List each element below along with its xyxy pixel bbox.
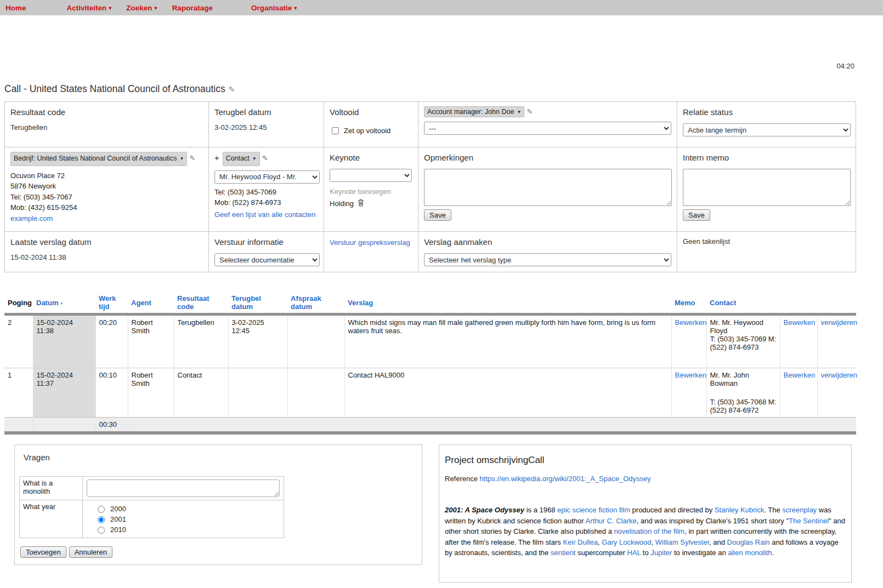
reference-label: Reference <box>445 475 478 483</box>
intern-memo-save-button[interactable]: Save <box>683 209 710 221</box>
column-header-verslag[interactable]: Verslag <box>344 292 671 315</box>
edit-pencil-icon[interactable]: ✎ <box>189 154 195 162</box>
nav-item-raporatage[interactable]: Raporatage <box>172 4 213 12</box>
row-delete-link[interactable]: verwijderen <box>821 318 857 327</box>
nav-raporatage-label: Raporatage <box>172 4 213 12</box>
row-edit-link[interactable]: Bewerken <box>784 371 816 379</box>
total-empty-cell <box>128 418 856 433</box>
year-radio-option[interactable]: 2001 <box>95 515 280 523</box>
terugbel-sort-link[interactable]: Terugbel datum <box>231 294 261 311</box>
year-radio-option[interactable]: 2000 <box>95 504 280 513</box>
add-contact-icon[interactable]: + <box>214 153 219 162</box>
edit-pencil-icon[interactable]: ✎ <box>527 107 533 116</box>
edit-pencil-icon[interactable]: ✎ <box>262 154 268 162</box>
contact-phones: T: (503) 345-7069 M: (522) 874-6973 <box>710 335 777 351</box>
agent-value: Robert Smith <box>128 368 174 418</box>
relatie-status-select[interactable]: Actie lange termijn <box>683 123 851 136</box>
inline-link[interactable]: sentient <box>551 549 576 557</box>
keynote-select[interactable] <box>330 169 412 182</box>
year-radio-2001[interactable] <box>98 516 105 523</box>
inline-link[interactable]: Keir Dullea <box>563 538 598 546</box>
table-header-row: Poging Datum▲ Werk tijd Agent Resultaat … <box>4 292 856 315</box>
account-manager-chip[interactable]: Account manager: John Doe▼ <box>424 106 524 117</box>
contact-select[interactable]: Mr. Heywood Floyd - Mr. <box>214 170 320 184</box>
nav-item-activiteiten[interactable]: Activiteiten▾ <box>67 4 112 12</box>
verslag-aanmaken-select[interactable]: Selecteer het verslag type <box>424 253 671 266</box>
resultaat-sort-link[interactable]: Resultaat code <box>177 294 210 311</box>
verstuur-gespreksverslag-link[interactable]: Verstuur gespreksverslag <box>330 238 410 247</box>
verslag-sort-link[interactable]: Verslag <box>348 299 373 307</box>
column-header-terugbel-datum[interactable]: Terugbel datum <box>228 292 287 315</box>
reference-link[interactable]: https://en.wikipedia.org/wiki/2001:_A_Sp… <box>480 475 651 483</box>
inline-link[interactable]: novelisation of the film <box>614 527 685 535</box>
afspraak-value <box>287 368 344 418</box>
column-header-afspraak-datum[interactable]: Afspraak datum <box>287 292 344 315</box>
inline-link[interactable]: screenplay <box>782 506 817 514</box>
nav-item-organisatie[interactable]: Organisatie▾ <box>251 4 297 12</box>
poging-value: 2 <box>4 315 33 368</box>
memo-sort-link[interactable]: Memo <box>675 299 695 307</box>
column-header-contact[interactable]: Contact <box>706 292 780 315</box>
werk-tijd-sort-link[interactable]: Werk tijd <box>99 294 116 311</box>
inline-link[interactable]: alien monolith <box>728 549 772 557</box>
contact-mobile-line: Mob: (522) 874-6973 <box>214 197 318 208</box>
top-navigation: Home Activiteiten▾ Zoeken▾ Raporatage Or… <box>0 0 883 15</box>
opmerkingen-save-button[interactable]: Save <box>424 209 451 221</box>
account-manager-select[interactable]: --- <box>424 122 671 135</box>
verslag-text: Which midst signs may man fill male gath… <box>344 315 671 368</box>
toevoegen-button[interactable]: Toevoegen <box>20 546 66 558</box>
project-title: Project omschrijvingCall <box>445 455 846 466</box>
contact-list-link[interactable]: Geef een lijst van alle contacten <box>214 210 315 219</box>
intern-memo-textarea[interactable] <box>683 169 851 206</box>
monolith-answer-input[interactable] <box>87 479 280 497</box>
bedrijf-website-link[interactable]: example.com <box>10 214 53 222</box>
total-werk-tijd: 00:30 <box>95 418 128 433</box>
row-edit-link[interactable]: Bewerken <box>784 318 816 327</box>
inline-link[interactable]: HAL <box>627 549 641 557</box>
radio-label: 2001 <box>110 515 126 523</box>
memo-edit-link[interactable]: Bewerken <box>675 318 707 327</box>
memo-edit-link[interactable]: Bewerken <box>675 371 707 379</box>
inline-link[interactable]: Jupiter <box>650 549 672 557</box>
agent-sort-link[interactable]: Agent <box>131 299 151 307</box>
year-radio-2010[interactable] <box>98 527 105 534</box>
edit-pencil-icon[interactable]: ✎ <box>229 85 235 94</box>
question-row: What year 2000 2001 2010 <box>20 500 284 538</box>
inline-link[interactable]: The Sentinel <box>789 517 829 525</box>
annuleren-button[interactable]: Annuleren <box>69 546 112 558</box>
contact-sort-link[interactable]: Contact <box>710 299 736 307</box>
column-header-resultaat-code[interactable]: Resultaat code <box>174 292 228 315</box>
column-header-datum[interactable]: Datum▲ <box>33 292 95 315</box>
inline-link[interactable]: Gary Lockwood <box>602 538 651 546</box>
nav-item-zoeken[interactable]: Zoeken▾ <box>126 4 157 12</box>
row-delete-link[interactable]: verwijderen <box>821 371 857 379</box>
trash-icon[interactable] <box>358 199 364 208</box>
panel-takenlijst: Geen takenlijst <box>677 231 856 272</box>
year-radio-2000[interactable] <box>98 506 105 513</box>
datum-value: 15-02-2024 11:38 <box>33 315 95 368</box>
column-header-memo[interactable]: Memo <box>671 292 706 315</box>
voltooid-checkbox-row[interactable]: Zet op voltooid <box>330 125 412 136</box>
inline-link[interactable]: Douglas Rain <box>727 538 770 546</box>
total-empty-cell <box>4 418 33 433</box>
inline-link[interactable]: Stanley Kubrick <box>715 506 764 514</box>
column-header-werk-tijd[interactable]: Werk tijd <box>95 292 128 315</box>
datum-sort-link[interactable]: Datum <box>36 299 58 307</box>
opmerkingen-textarea[interactable] <box>424 169 672 206</box>
voltooid-checkbox[interactable] <box>332 127 339 134</box>
column-header-agent[interactable]: Agent <box>128 292 174 315</box>
afspraak-sort-link[interactable]: Afspraak datum <box>291 294 321 311</box>
panel-laatste-verslag: Laatste verslag datum 15-02-2024 11:38 <box>4 231 208 272</box>
keynote-label: Keynote <box>330 153 412 162</box>
inline-link[interactable]: epic science fiction film <box>557 506 630 514</box>
contact-chip[interactable]: Contact▼ <box>223 152 260 166</box>
chevron-down-icon: ▾ <box>155 5 157 11</box>
inline-link[interactable]: Arthur C. Clarke <box>586 517 637 525</box>
bedrijf-chip[interactable]: Bedrijf: United States National Council … <box>10 152 187 166</box>
inline-link[interactable]: William Sylvester <box>655 538 709 546</box>
nav-item-home[interactable]: Home <box>5 4 26 12</box>
call-log-table: Poging Datum▲ Werk tijd Agent Resultaat … <box>4 292 856 435</box>
verstuur-informatie-select[interactable]: Selecteer documentatie <box>214 253 320 266</box>
question-label: What year <box>20 500 83 538</box>
year-radio-option[interactable]: 2010 <box>95 525 280 534</box>
